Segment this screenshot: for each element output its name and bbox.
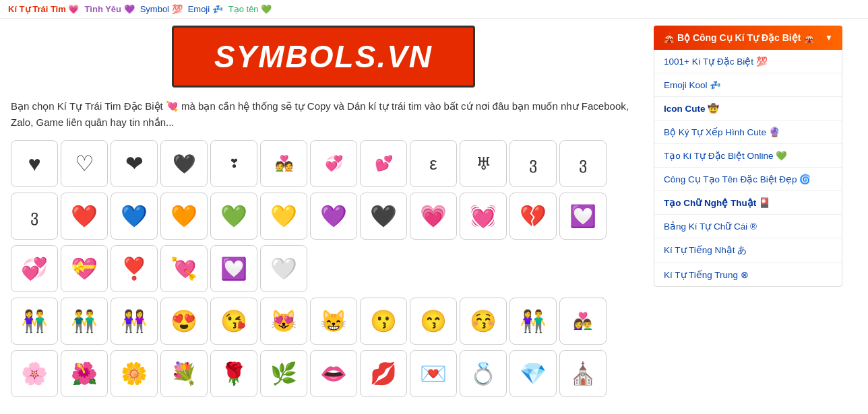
emoji-cell[interactable]: 💍 (460, 350, 507, 397)
emoji-cell[interactable]: 💚 (210, 193, 257, 240)
sidebar-item-nghe-thuat[interactable]: Tạo Chữ Nghệ Thuật 🎴 (654, 191, 842, 215)
emoji-cell[interactable]: 🌿 (260, 350, 307, 397)
emoji-cell[interactable]: ❤️ (61, 193, 108, 240)
emoji-grid-row1: ♥ ♡ ❤ 🖤 ❣ 💑 💞 💕 ε ♅ ვ ვ (11, 140, 636, 187)
emoji-grid-row5: 🌸 🌺 🌼 💐 🌹 🌿 👄 💋 💌 💍 💎 ⛪ (11, 350, 636, 397)
emoji-cell[interactable]: 🌸 (11, 350, 58, 397)
emoji-cell[interactable]: ε (410, 140, 457, 187)
emoji-grid-row2: ვ ❤️ 💙 🧡 💚 💛 💜 🖤 💗 💓 💔 💟 (11, 193, 636, 240)
emoji-cell[interactable]: 💑 (260, 140, 307, 187)
emoji-cell[interactable]: 💞 (310, 140, 357, 187)
sidebar-item-label: Kí Tự Tiếng Nhật あ (664, 244, 747, 256)
emoji-cell[interactable]: ვ (559, 140, 607, 187)
sidebar-menu: 1001+ Kí Tự Đặc Biệt 💯 Emoji Kool 💤 Icon… (654, 50, 842, 287)
emoji-cell[interactable]: ❤ (111, 140, 158, 187)
sidebar-item-label: Kí Tự Tiếng Trung ⊗ (664, 269, 749, 280)
nav-item-4[interactable]: Emoji 💤 (188, 4, 223, 14)
emoji-grid-row4: 👫 👬 👭 😍 😘 😻 😸 😗 😙 😚 👫 👩‍❤️‍👨 (11, 298, 636, 345)
top-nav: Kí Tự Trái Tim 💗 Tình Yêu 💜 Symbol 💯 Emo… (0, 0, 868, 19)
emoji-cell[interactable]: 💓 (460, 193, 507, 240)
nav-item-1[interactable]: Kí Tự Trái Tim 💗 (8, 4, 79, 14)
sidebar-item-label: Bộ Ký Tự Xếp Hình Cute 🔮 (664, 127, 780, 137)
sidebar-item-kitu[interactable]: 1001+ Kí Tự Đặc Biệt 💯 (654, 50, 842, 73)
nav-item-3[interactable]: Symbol 💯 (140, 4, 183, 14)
sidebar-item-label: 1001+ Kí Tự Đặc Biệt 💯 (664, 56, 768, 67)
sidebar-dropdown-label: 🎪 Bộ Công Cụ Kí Tự Đặc Biệt 🎪 (663, 32, 815, 43)
emoji-cell[interactable]: 👭 (111, 298, 158, 345)
sidebar-item-tao-kitu[interactable]: Tạo Kí Tự Đặc Biệt Online 💚 (654, 144, 842, 168)
emoji-cell[interactable]: 💛 (260, 193, 307, 240)
emoji-cell[interactable]: 💕 (360, 140, 407, 187)
logo-box: SYMBOLS.VN (172, 26, 475, 88)
emoji-cell[interactable]: ⛪ (559, 350, 607, 397)
emoji-cell[interactable]: 😸 (310, 298, 357, 345)
layout: SYMBOLS.VN Bạn chọn Kí Tự Trái Tim Đặc B… (0, 19, 868, 413)
emoji-cell[interactable]: 😘 (210, 298, 257, 345)
emoji-cell[interactable]: 💋 (360, 350, 407, 397)
logo-text: SYMBOLS.VN (214, 38, 433, 75)
emoji-cell[interactable]: ვ (11, 193, 58, 240)
sidebar-item-label: Bảng Kí Tự Chữ Cái ® (664, 221, 757, 232)
emoji-cell[interactable]: 👄 (310, 350, 357, 397)
sidebar-item-label: Tạo Chữ Nghệ Thuật 🎴 (664, 197, 770, 208)
description-text: Bạn chọn Kí Tự Trái Tim Đặc Biệt 💘 mà bạ… (11, 98, 636, 131)
emoji-cell[interactable]: ♡ (61, 140, 108, 187)
sidebar-item-xep-hinh[interactable]: Bộ Ký Tự Xếp Hình Cute 🔮 (654, 120, 842, 144)
emoji-cell[interactable]: 💎 (509, 350, 557, 397)
emoji-cell[interactable]: 🧡 (160, 193, 208, 240)
emoji-cell[interactable]: ვ (509, 140, 557, 187)
emoji-cell[interactable]: 💙 (111, 193, 158, 240)
sidebar-item-icon-cute[interactable]: Icon Cute 🤠 (654, 97, 842, 120)
sidebar-item-label: Icon Cute 🤠 (664, 103, 719, 114)
emoji-cell[interactable]: 👬 (61, 298, 108, 345)
emoji-cell[interactable]: 💝 (61, 245, 108, 292)
emoji-cell[interactable]: ❣ (210, 140, 257, 187)
emoji-cell[interactable]: 💘 (160, 245, 208, 292)
emoji-cell[interactable]: 🌹 (210, 350, 257, 397)
sidebar-item-label: Emoji Kool 💤 (664, 79, 721, 90)
sidebar-item-label: Tạo Kí Tự Đặc Biệt Online 💚 (664, 150, 787, 161)
emoji-cell[interactable]: 👩‍❤️‍👨 (559, 298, 607, 345)
emoji-cell[interactable]: 🖤 (360, 193, 407, 240)
sidebar-dropdown[interactable]: 🎪 Bộ Công Cụ Kí Tự Đặc Biệt 🎪 ▼ (654, 26, 842, 50)
emoji-cell[interactable]: 💗 (410, 193, 457, 240)
emoji-cell[interactable]: 😍 (160, 298, 208, 345)
emoji-cell[interactable]: 🖤 (160, 140, 208, 187)
emoji-cell[interactable]: ❣️ (111, 245, 158, 292)
sidebar: 🎪 Bộ Công Cụ Kí Tự Đặc Biệt 🎪 ▼ 1001+ Kí… (647, 19, 849, 413)
sidebar-item-label: Công Cụ Tạo Tên Đặc Biệt Đẹp 🌀 (664, 174, 811, 184)
emoji-cell[interactable]: 🌺 (61, 350, 108, 397)
sidebar-item-chu-cai[interactable]: Bảng Kí Tự Chữ Cái ® (654, 215, 842, 238)
emoji-cell[interactable]: ♅ (460, 140, 507, 187)
emoji-cell[interactable]: 💔 (509, 193, 557, 240)
chevron-down-icon: ▼ (825, 33, 833, 42)
emoji-cell[interactable]: 👫 (11, 298, 58, 345)
emoji-cell[interactable]: 😻 (260, 298, 307, 345)
emoji-cell[interactable]: 🤍 (260, 245, 307, 292)
sidebar-item-nhat[interactable]: Kí Tự Tiếng Nhật あ (654, 238, 842, 263)
sidebar-item-tao-ten[interactable]: Công Cụ Tạo Tên Đặc Biệt Đẹp 🌀 (654, 168, 842, 191)
emoji-cell[interactable]: 💜 (310, 193, 357, 240)
main-content: SYMBOLS.VN Bạn chọn Kí Tự Trái Tim Đặc B… (0, 19, 647, 413)
emoji-cell[interactable]: 💟 (559, 193, 607, 240)
nav-item-5[interactable]: Tạo tên 💚 (228, 4, 272, 14)
emoji-cell[interactable]: 😚 (460, 298, 507, 345)
logo-wrapper: SYMBOLS.VN (11, 26, 636, 88)
emoji-grid-row3: 💞 💝 ❣️ 💘 💟 🤍 (11, 245, 636, 292)
emoji-cell[interactable]: 😗 (360, 298, 407, 345)
emoji-cell[interactable]: 💐 (160, 350, 208, 397)
emoji-cell[interactable]: 💞 (11, 245, 58, 292)
emoji-cell[interactable]: 😙 (410, 298, 457, 345)
sidebar-item-emoji[interactable]: Emoji Kool 💤 (654, 73, 842, 97)
nav-item-2[interactable]: Tình Yêu 💜 (84, 4, 134, 14)
emoji-cell[interactable]: 🌼 (111, 350, 158, 397)
emoji-cell[interactable]: 💟 (210, 245, 257, 292)
sidebar-item-trung[interactable]: Kí Tự Tiếng Trung ⊗ (654, 263, 842, 286)
emoji-cell[interactable]: 👫 (509, 298, 557, 345)
emoji-cell[interactable]: ♥ (11, 140, 58, 187)
emoji-cell[interactable]: 💌 (410, 350, 457, 397)
